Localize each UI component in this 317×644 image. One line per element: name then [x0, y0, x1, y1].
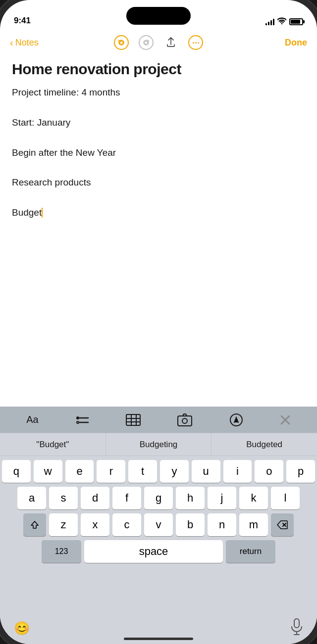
key-u[interactable]: u: [192, 460, 220, 483]
key-v[interactable]: v: [144, 513, 173, 536]
note-body[interactable]: Project timeline: 4 months Start: Januar…: [12, 85, 305, 221]
redo-icon: [139, 35, 154, 50]
share-icon: [165, 37, 177, 48]
key-e[interactable]: e: [65, 460, 94, 483]
key-o[interactable]: o: [255, 460, 283, 483]
mic-icon: [290, 618, 303, 636]
note-line-2: Start: January: [12, 115, 305, 130]
more-icon: [188, 35, 203, 50]
back-button[interactable]: ‹ Notes: [10, 37, 39, 48]
key-row-2: a s d f g h j k l: [2, 487, 315, 509]
shift-icon: [30, 520, 39, 529]
number-button[interactable]: 123: [42, 540, 81, 563]
key-m[interactable]: m: [239, 513, 268, 536]
note-line-4: Research products: [12, 175, 305, 190]
predictive-item-0[interactable]: "Budget": [0, 433, 106, 456]
key-c[interactable]: c: [112, 513, 141, 536]
back-chevron-icon: ‹: [10, 37, 13, 48]
key-t[interactable]: t: [128, 460, 157, 483]
return-button[interactable]: return: [226, 540, 275, 563]
key-row-3: z x c v b n m: [2, 513, 315, 536]
key-g[interactable]: g: [144, 487, 173, 509]
markup-button[interactable]: [226, 410, 246, 430]
svg-point-10: [182, 418, 187, 423]
back-label: Notes: [15, 38, 39, 48]
table-icon: [126, 414, 141, 426]
undo-button[interactable]: [113, 35, 129, 50]
key-p[interactable]: p: [286, 460, 315, 483]
dynamic-island: [126, 7, 191, 25]
svg-point-2: [77, 421, 79, 423]
predictive-item-2[interactable]: Budgeted: [211, 433, 317, 456]
key-y[interactable]: y: [160, 460, 189, 483]
status-time: 9:41: [14, 16, 31, 26]
key-a[interactable]: a: [17, 487, 46, 509]
backspace-icon: [277, 520, 288, 529]
list-button[interactable]: [72, 411, 92, 429]
key-w[interactable]: w: [34, 460, 62, 483]
markup-icon: [229, 413, 243, 427]
note-line-1: Project timeline: 4 months: [12, 85, 305, 100]
svg-rect-9: [178, 416, 192, 426]
predictive-bar: "Budget" Budgeting Budgeted: [0, 433, 317, 456]
key-s[interactable]: s: [49, 487, 78, 509]
camera-icon: [177, 414, 192, 426]
key-d[interactable]: d: [81, 487, 109, 509]
key-n[interactable]: n: [208, 513, 236, 536]
done-button[interactable]: Done: [285, 38, 307, 48]
svg-point-0: [76, 416, 79, 419]
shift-button[interactable]: [23, 513, 46, 536]
key-b[interactable]: b: [176, 513, 205, 536]
key-q[interactable]: q: [2, 460, 31, 483]
wifi-icon: [277, 17, 286, 26]
space-button[interactable]: space: [84, 540, 223, 563]
list-icon: [75, 414, 89, 426]
format-button[interactable]: Aa: [23, 411, 41, 428]
microphone-button[interactable]: [290, 618, 303, 638]
keyboard-area: Aa: [0, 407, 317, 644]
status-icons: [265, 17, 303, 26]
toolbar-center-actions: [113, 35, 204, 50]
note-content-area[interactable]: Home renovation project Project timeline…: [0, 55, 317, 407]
keyboard-toolbar: Aa: [0, 407, 317, 433]
key-k[interactable]: k: [239, 487, 268, 509]
share-button[interactable]: [163, 35, 179, 50]
note-title: Home renovation project: [12, 60, 305, 78]
close-icon: [280, 414, 291, 425]
emoji-button[interactable]: 😊: [14, 621, 30, 636]
key-f[interactable]: f: [112, 487, 141, 509]
signal-icon: [265, 18, 274, 25]
key-x[interactable]: x: [81, 513, 109, 536]
backspace-button[interactable]: [271, 513, 294, 536]
keys-area: q w e r t y u i o p a s d f g h j k: [0, 456, 317, 569]
key-h[interactable]: h: [176, 487, 205, 509]
table-button[interactable]: [123, 411, 144, 429]
predictive-item-1[interactable]: Budgeting: [106, 433, 212, 456]
note-line-3: Begin after the New Year: [12, 145, 305, 160]
text-cursor: [42, 208, 43, 218]
format-icon: Aa: [26, 414, 38, 425]
key-row-4: 123 space return: [2, 540, 315, 563]
key-i[interactable]: i: [223, 460, 252, 483]
battery-icon: [289, 18, 303, 25]
key-r[interactable]: r: [97, 460, 125, 483]
note-line-5: Budget: [12, 205, 305, 220]
key-j[interactable]: j: [208, 487, 236, 509]
svg-rect-4: [126, 414, 140, 425]
home-indicator: [124, 638, 193, 640]
svg-rect-16: [294, 619, 299, 628]
camera-button[interactable]: [174, 411, 195, 429]
note-toolbar: ‹ Notes: [0, 30, 317, 55]
redo-button[interactable]: [138, 35, 154, 50]
undo-icon: [114, 35, 129, 50]
phone-frame: 9:41 ‹ Notes: [0, 0, 317, 644]
key-row-1: q w e r t y u i o p: [2, 460, 315, 483]
more-button[interactable]: [188, 35, 204, 50]
key-l[interactable]: l: [271, 487, 300, 509]
key-z[interactable]: z: [49, 513, 78, 536]
close-keyboard-button[interactable]: [277, 412, 294, 428]
